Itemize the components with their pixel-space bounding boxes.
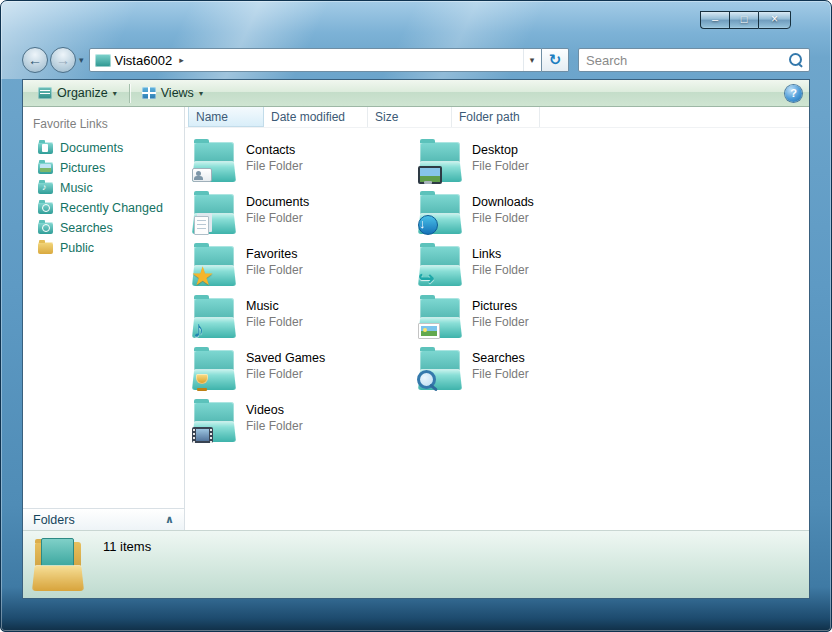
videos-folder-icon bbox=[191, 400, 239, 444]
file-tile-searches[interactable]: Searches File Folder bbox=[417, 348, 643, 400]
pictures-folder-icon bbox=[38, 162, 53, 174]
file-name: Downloads bbox=[472, 195, 534, 209]
address-history-dropdown[interactable]: ▾ bbox=[523, 49, 540, 71]
music-note-glyph: ♪ bbox=[193, 319, 205, 340]
file-name: Videos bbox=[246, 403, 303, 417]
organize-button[interactable]: Organize ▾ bbox=[30, 82, 125, 105]
pictures-folder-icon bbox=[417, 296, 465, 340]
file-type: File Folder bbox=[246, 263, 303, 277]
magnifier-glyph bbox=[417, 370, 439, 392]
command-toolbar: Organize ▾ Views ▾ ? bbox=[23, 80, 809, 107]
organize-caret-icon: ▾ bbox=[113, 89, 117, 98]
sidebar-item-label: Searches bbox=[60, 221, 113, 235]
navigation-bar: ← → ▾ Vista6002 ▸ ▾ ↻ bbox=[22, 45, 810, 75]
search-input[interactable] bbox=[586, 53, 788, 68]
file-tile-downloads[interactable]: ↓ Downloads File Folder bbox=[417, 192, 643, 244]
recently-changed-icon bbox=[38, 202, 53, 214]
file-tile-documents[interactable]: Documents File Folder bbox=[191, 192, 417, 244]
file-tile-videos[interactable]: Videos File Folder bbox=[191, 400, 417, 452]
minimize-button[interactable]: – bbox=[700, 11, 729, 29]
views-label: Views bbox=[161, 86, 194, 100]
file-type: File Folder bbox=[472, 315, 529, 329]
breadcrumb-vista6002[interactable]: Vista6002 bbox=[111, 50, 177, 70]
column-header-name[interactable]: Name bbox=[188, 107, 264, 127]
file-type: File Folder bbox=[472, 263, 529, 277]
file-name: Desktop bbox=[472, 143, 529, 157]
views-button[interactable]: Views ▾ bbox=[134, 82, 211, 105]
maximize-button[interactable]: □ bbox=[729, 11, 758, 29]
file-type: File Folder bbox=[246, 159, 303, 173]
address-bar[interactable]: Vista6002 ▸ ▾ bbox=[89, 48, 542, 72]
file-tile-contacts[interactable]: Contacts File Folder bbox=[191, 140, 417, 192]
sidebar-item-searches[interactable]: Searches bbox=[23, 218, 184, 238]
music-folder-icon bbox=[38, 182, 53, 194]
file-tile-links[interactable]: ↪ Links File Folder bbox=[417, 244, 643, 296]
saved-games-folder-icon bbox=[191, 348, 239, 392]
searches-icon bbox=[38, 222, 53, 234]
file-name: Music bbox=[246, 299, 303, 313]
sidebar-item-label: Recently Changed bbox=[60, 201, 163, 215]
navigation-pane: Favorite Links Documents Pictures Music … bbox=[23, 107, 185, 530]
column-header-filler bbox=[540, 107, 809, 127]
sidebar-item-recently-changed[interactable]: Recently Changed bbox=[23, 198, 184, 218]
help-button[interactable]: ? bbox=[785, 85, 802, 102]
file-tile-desktop[interactable]: Desktop File Folder bbox=[417, 140, 643, 192]
views-caret-icon: ▾ bbox=[199, 89, 203, 98]
back-arrow-icon: ← bbox=[28, 52, 42, 68]
column-header-folder-path[interactable]: Folder path bbox=[452, 107, 540, 127]
caret-down-icon: ▾ bbox=[530, 55, 535, 65]
favorite-links-header: Favorite Links bbox=[23, 107, 184, 138]
tiles-grid: Contacts File Folder Desktop File Fold bbox=[185, 128, 809, 452]
details-pane: 11 items bbox=[23, 530, 809, 598]
folders-expander[interactable]: Folders ∧ bbox=[23, 508, 184, 530]
desktop-folder-icon bbox=[417, 140, 465, 184]
file-tile-favorites[interactable]: ★ Favorites File Folder bbox=[191, 244, 417, 296]
client-area: Organize ▾ Views ▾ ? Favorite Links Docu… bbox=[22, 79, 810, 599]
refresh-icon: ↻ bbox=[549, 51, 562, 69]
column-headers: Name Date modified Size Folder path bbox=[185, 107, 809, 128]
downloads-folder-icon: ↓ bbox=[417, 192, 465, 236]
toolbar-separator bbox=[129, 84, 130, 103]
public-folder-icon bbox=[38, 242, 53, 254]
sidebar-item-label: Pictures bbox=[60, 161, 105, 175]
file-name: Contacts bbox=[246, 143, 303, 157]
views-icon bbox=[142, 87, 156, 99]
forward-button[interactable]: → bbox=[50, 47, 76, 73]
help-icon: ? bbox=[790, 87, 797, 99]
recent-pages-dropdown[interactable]: ▾ bbox=[79, 55, 84, 65]
breadcrumb-location-text: Vista6002 bbox=[115, 53, 173, 68]
file-name: Favorites bbox=[246, 247, 303, 261]
back-button[interactable]: ← bbox=[22, 47, 48, 73]
column-header-date-modified[interactable]: Date modified bbox=[264, 107, 368, 127]
search-box[interactable] bbox=[578, 48, 810, 72]
breadcrumb-chevron-icon[interactable]: ▸ bbox=[176, 55, 187, 65]
documents-folder-icon bbox=[38, 142, 53, 154]
explorer-window: – □ × ← → ▾ Vista6002 ▸ ▾ ↻ Organize ▾ bbox=[0, 0, 832, 632]
sidebar-item-label: Documents bbox=[60, 141, 123, 155]
sidebar-item-public[interactable]: Public bbox=[23, 238, 184, 258]
searches-folder-icon bbox=[417, 348, 465, 392]
sidebar-item-documents[interactable]: Documents bbox=[23, 138, 184, 158]
file-tile-music[interactable]: ♪ Music File Folder bbox=[191, 296, 417, 348]
folder-contents bbox=[41, 538, 74, 568]
search-icon[interactable] bbox=[788, 52, 804, 68]
selected-folder-preview-icon bbox=[32, 536, 90, 594]
file-tile-saved-games[interactable]: Saved Games File Folder bbox=[191, 348, 417, 400]
maximize-icon: □ bbox=[741, 13, 748, 25]
file-name: Searches bbox=[472, 351, 529, 365]
sidebar-item-music[interactable]: Music bbox=[23, 178, 184, 198]
close-button[interactable]: × bbox=[758, 11, 791, 29]
file-type: File Folder bbox=[472, 367, 529, 381]
favorites-folder-icon: ★ bbox=[191, 244, 239, 288]
column-header-size[interactable]: Size bbox=[368, 107, 452, 127]
trophy-glyph bbox=[194, 373, 210, 391]
file-name: Saved Games bbox=[246, 351, 325, 365]
sidebar-item-pictures[interactable]: Pictures bbox=[23, 158, 184, 178]
location-icon bbox=[95, 54, 111, 67]
shortcut-arrow-glyph: ↪ bbox=[418, 269, 435, 288]
item-count: 11 items bbox=[103, 539, 151, 554]
documents-folder-icon bbox=[191, 192, 239, 236]
file-tile-pictures[interactable]: Pictures File Folder bbox=[417, 296, 643, 348]
refresh-button[interactable]: ↻ bbox=[542, 48, 569, 72]
sidebar-item-label: Music bbox=[60, 181, 93, 195]
